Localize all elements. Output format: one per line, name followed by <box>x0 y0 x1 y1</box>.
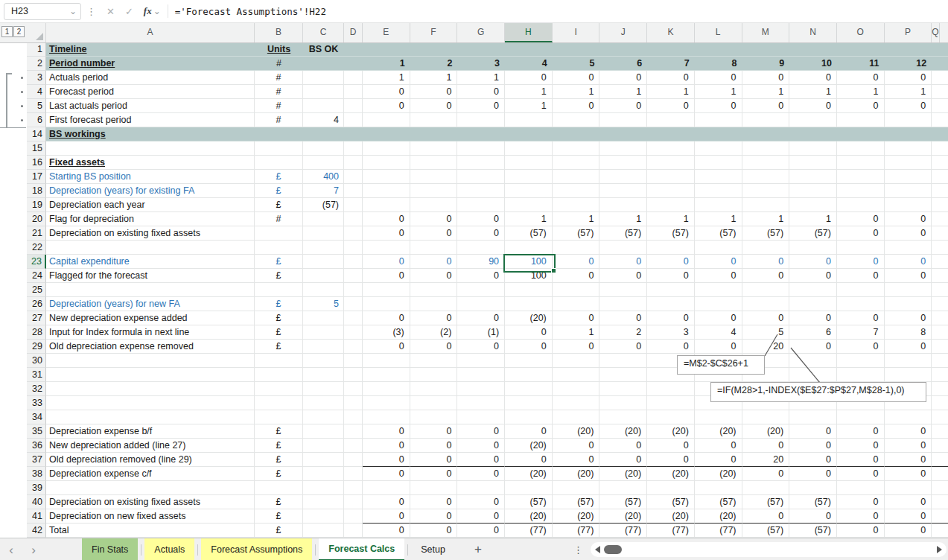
cell-O41[interactable]: 0 <box>837 509 885 524</box>
cell-D21[interactable] <box>344 226 363 241</box>
insert-function-icon[interactable]: fx <box>144 5 152 17</box>
cell-P18[interactable] <box>885 184 932 198</box>
cell-A18[interactable]: Depreciation (years) for existing FA <box>46 184 255 198</box>
cell-B21[interactable] <box>255 226 303 241</box>
cell-J15[interactable] <box>599 141 647 156</box>
cell-L24[interactable]: 0 <box>695 269 742 283</box>
cell-N2[interactable]: 10 <box>789 57 837 71</box>
cell-L20[interactable]: 1 <box>695 212 742 226</box>
cell-G16[interactable] <box>457 156 505 170</box>
cell-H14[interactable] <box>505 127 553 141</box>
cell-F6[interactable] <box>410 113 458 127</box>
cell-K19[interactable] <box>647 198 695 212</box>
cell-C32[interactable] <box>303 382 344 396</box>
cell-C23[interactable] <box>303 255 344 269</box>
cell-D5[interactable] <box>344 99 363 113</box>
cell-P35[interactable]: 0 <box>885 424 932 439</box>
select-all-triangle-icon[interactable] <box>36 33 43 40</box>
column-header-P[interactable]: P <box>885 23 932 42</box>
cell-J29[interactable]: 0 <box>599 340 647 354</box>
scroll-left-icon[interactable] <box>595 546 600 553</box>
cell-E20[interactable]: 0 <box>363 212 410 226</box>
cell-O25[interactable] <box>837 283 885 297</box>
cell-Q28[interactable] <box>932 325 948 340</box>
cell-J3[interactable]: 0 <box>599 71 647 85</box>
cell-D22[interactable] <box>344 241 363 255</box>
cell-H2[interactable]: 4 <box>505 57 553 71</box>
row-header-35[interactable]: 35 <box>27 424 46 439</box>
cell-E26[interactable] <box>363 297 410 311</box>
row-header-37[interactable]: 37 <box>27 453 46 467</box>
cell-Q14[interactable] <box>932 127 948 141</box>
cell-H21[interactable]: (57) <box>505 226 553 241</box>
column-header-E[interactable]: E <box>363 23 410 42</box>
cell-E2[interactable]: 1 <box>363 57 410 71</box>
cell-E22[interactable] <box>363 241 410 255</box>
cell-D3[interactable] <box>344 71 363 85</box>
cell-D38[interactable] <box>344 467 363 481</box>
outline-bracket[interactable] <box>6 73 7 127</box>
cancel-icon[interactable]: ✕ <box>106 6 115 17</box>
cell-D36[interactable] <box>344 439 363 453</box>
cell-N18[interactable] <box>789 184 837 198</box>
column-header-Q[interactable]: Q <box>932 23 939 42</box>
cell-P30[interactable] <box>885 354 932 368</box>
cell-K24[interactable]: 0 <box>647 269 695 283</box>
cell-F22[interactable] <box>410 241 458 255</box>
cell-G1[interactable] <box>457 42 505 57</box>
cell-D24[interactable] <box>344 269 363 283</box>
cell-I22[interactable] <box>553 241 600 255</box>
row-header-28[interactable]: 28 <box>27 325 46 340</box>
cell-C5[interactable] <box>303 99 344 113</box>
cell-P24[interactable]: 0 <box>885 269 932 283</box>
cell-J26[interactable] <box>599 297 647 311</box>
cell-I20[interactable]: 1 <box>553 212 600 226</box>
selected-cell-outline[interactable] <box>503 254 556 273</box>
cell-B16[interactable] <box>255 156 303 170</box>
cell-D18[interactable] <box>344 184 363 198</box>
cell-P36[interactable]: 0 <box>885 439 932 453</box>
cell-C19[interactable]: (57) <box>303 198 344 212</box>
cell-J31[interactable] <box>599 368 647 382</box>
cell-Q20[interactable] <box>932 212 948 226</box>
cell-K23[interactable]: 0 <box>647 255 695 269</box>
cell-O21[interactable]: 0 <box>837 226 885 241</box>
cell-H35[interactable]: 0 <box>505 424 553 439</box>
cell-N28[interactable]: 6 <box>789 325 837 340</box>
cell-N39[interactable] <box>789 481 837 495</box>
cell-H16[interactable] <box>505 156 553 170</box>
cell-I16[interactable] <box>553 156 600 170</box>
cell-A30[interactable] <box>46 354 255 368</box>
cell-F38[interactable]: 0 <box>410 467 458 481</box>
cell-L35[interactable]: (20) <box>695 424 742 439</box>
cell-O42[interactable]: 0 <box>837 524 885 538</box>
cell-L16[interactable] <box>695 156 742 170</box>
cell-E31[interactable] <box>363 368 410 382</box>
column-header-I[interactable]: I <box>553 23 600 42</box>
cell-P21[interactable]: 0 <box>885 226 932 241</box>
cell-N25[interactable] <box>789 283 837 297</box>
row-header-4[interactable]: 4 <box>27 85 46 99</box>
cell-Q1[interactable] <box>932 42 948 57</box>
cell-Q4[interactable] <box>932 85 948 99</box>
cell-C35[interactable] <box>303 424 344 439</box>
formula-callout-2[interactable]: =IF(M28>1,-INDEX($E$27:$P$27,M$28-1),0) <box>710 382 926 402</box>
cell-G4[interactable]: 0 <box>457 85 505 99</box>
tab-fin-stats[interactable]: Fin Stats <box>82 538 138 560</box>
cell-A23[interactable]: Capital expenditure <box>46 255 255 269</box>
cell-N3[interactable]: 0 <box>789 71 837 85</box>
cell-B24[interactable]: £ <box>255 269 303 283</box>
cell-O29[interactable]: 0 <box>837 340 885 354</box>
cell-A41[interactable]: Depreciation on new fixed assets <box>46 509 255 524</box>
cell-H36[interactable]: (20) <box>505 439 553 453</box>
row-header-16[interactable]: 16 <box>27 156 46 170</box>
cell-C39[interactable] <box>303 481 344 495</box>
cell-E42[interactable]: 0 <box>363 524 410 538</box>
cell-F37[interactable]: 0 <box>410 453 458 467</box>
cell-G5[interactable]: 0 <box>457 99 505 113</box>
cell-J19[interactable] <box>599 198 647 212</box>
cell-J30[interactable] <box>599 354 647 368</box>
cell-P26[interactable] <box>885 297 932 311</box>
row-header-1[interactable]: 1 <box>27 42 46 57</box>
cell-P42[interactable]: 0 <box>885 524 932 538</box>
